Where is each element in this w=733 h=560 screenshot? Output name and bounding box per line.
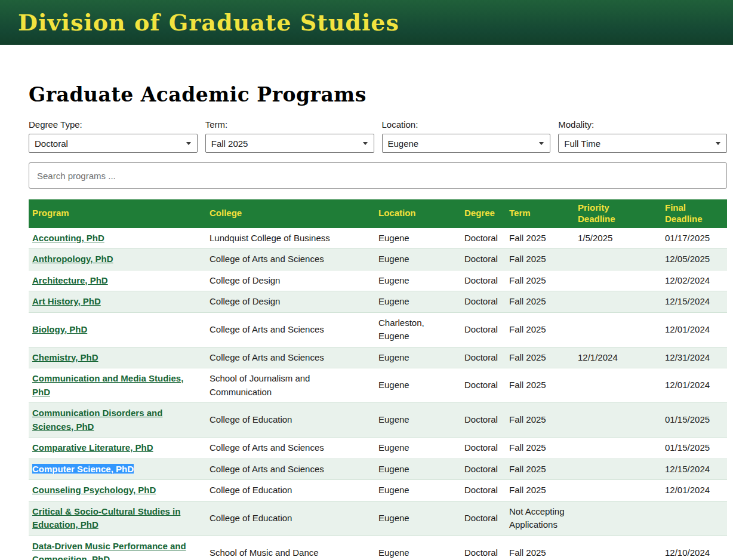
priority-deadline-cell bbox=[573, 291, 660, 313]
term-value: Fall 2025 bbox=[211, 139, 248, 149]
priority-deadline-cell: 1/5/2025 bbox=[573, 228, 660, 249]
degree-cell: Doctoral bbox=[460, 438, 504, 459]
program-link[interactable]: Anthropology, PhD bbox=[32, 254, 113, 264]
filter-term: Term: Fall 2025 bbox=[205, 119, 374, 153]
college-cell: College of Arts and Sciences bbox=[205, 249, 374, 270]
degree-cell: Doctoral bbox=[460, 270, 504, 291]
table-row: Counseling Psychology, PhD College of Ed… bbox=[29, 480, 727, 501]
college-cell: College of Arts and Sciences bbox=[205, 459, 374, 480]
degree-cell: Doctoral bbox=[460, 459, 504, 480]
degree-type-value: Doctoral bbox=[35, 139, 68, 149]
location-value: Eugene bbox=[388, 139, 419, 149]
degree-type-label: Degree Type: bbox=[29, 119, 198, 130]
final-deadline-cell: 12/15/2024 bbox=[660, 291, 727, 313]
program-link[interactable]: Art History, PhD bbox=[32, 296, 101, 306]
location-cell: Eugene bbox=[374, 459, 460, 480]
priority-deadline-cell bbox=[573, 438, 660, 459]
final-deadline-cell: 01/15/2025 bbox=[660, 403, 727, 438]
priority-deadline-cell bbox=[573, 480, 660, 501]
page-title: Graduate Academic Programs bbox=[29, 83, 727, 106]
table-row: Accounting, PhD Lundquist College of Bus… bbox=[29, 228, 727, 249]
filter-location: Location: Eugene bbox=[382, 119, 551, 153]
term-cell: Fall 2025 bbox=[504, 438, 573, 459]
program-link[interactable]: Data-Driven Music Performance and Compos… bbox=[32, 541, 186, 560]
table-row: Computer Science, PhD College of Arts an… bbox=[29, 459, 727, 480]
college-cell: School of Journalism and Communication bbox=[205, 368, 374, 403]
college-cell: College of Arts and Sciences bbox=[205, 438, 374, 459]
term-cell: Fall 2025 bbox=[504, 228, 573, 249]
priority-deadline-cell bbox=[573, 459, 660, 480]
table-row: Chemistry, PhD College of Arts and Scien… bbox=[29, 347, 727, 368]
table-row: Data-Driven Music Performance and Compos… bbox=[29, 536, 727, 560]
college-cell: College of Education bbox=[205, 501, 374, 536]
college-cell: School of Music and Dance bbox=[205, 536, 374, 560]
college-cell: College of Arts and Sciences bbox=[205, 347, 374, 368]
location-select[interactable]: Eugene bbox=[382, 134, 551, 153]
location-cell: Eugene bbox=[374, 347, 460, 368]
term-select[interactable]: Fall 2025 bbox=[205, 134, 374, 153]
header-priority-deadline: Priority Deadline bbox=[573, 199, 660, 228]
table-row: Architecture, PhD College of Design Euge… bbox=[29, 270, 727, 291]
degree-cell: Doctoral bbox=[460, 291, 504, 313]
chevron-down-icon bbox=[186, 142, 191, 145]
table-row: Communication and Media Studies, PhD Sch… bbox=[29, 368, 727, 403]
location-cell: Eugene bbox=[374, 249, 460, 270]
final-deadline-cell bbox=[660, 501, 727, 536]
term-cell: Fall 2025 bbox=[504, 403, 573, 438]
table-row: Anthropology, PhD College of Arts and Sc… bbox=[29, 249, 727, 270]
final-deadline-cell: 01/17/2025 bbox=[660, 228, 727, 249]
term-cell: Fall 2025 bbox=[504, 480, 573, 501]
program-link[interactable]: Communication and Media Studies, PhD bbox=[32, 373, 183, 397]
degree-type-select[interactable]: Doctoral bbox=[29, 134, 198, 153]
college-cell: College of Arts and Sciences bbox=[205, 312, 374, 347]
term-cell: Fall 2025 bbox=[504, 368, 573, 403]
modality-select[interactable]: Full Time bbox=[558, 134, 727, 153]
term-cell: Fall 2025 bbox=[504, 249, 573, 270]
location-cell: Eugene bbox=[374, 501, 460, 536]
program-link[interactable]: Architecture, PhD bbox=[32, 275, 108, 285]
program-link[interactable]: Communication Disorders and Sciences, Ph… bbox=[32, 408, 162, 432]
table-header: Program College Location Degree Term Pri… bbox=[29, 199, 727, 228]
degree-cell: Doctoral bbox=[460, 480, 504, 501]
location-cell: Eugene bbox=[374, 291, 460, 313]
program-link-selected[interactable]: Computer Science, PhD bbox=[32, 464, 134, 474]
site-banner: Division of Graduate Studies bbox=[0, 0, 733, 45]
search-input[interactable] bbox=[29, 162, 727, 189]
table-row: Communication Disorders and Sciences, Ph… bbox=[29, 403, 727, 438]
final-deadline-cell: 12/05/2025 bbox=[660, 249, 727, 270]
priority-deadline-cell bbox=[573, 312, 660, 347]
program-link[interactable]: Counseling Psychology, PhD bbox=[32, 485, 156, 495]
chevron-down-icon bbox=[716, 142, 720, 145]
program-link[interactable]: Accounting, PhD bbox=[32, 233, 104, 243]
program-link[interactable]: Chemistry, PhD bbox=[32, 352, 98, 362]
term-cell: Fall 2025 bbox=[504, 270, 573, 291]
term-cell: Fall 2025 bbox=[504, 536, 573, 560]
location-cell: Eugene bbox=[374, 438, 460, 459]
filter-bar: Degree Type: Doctoral Term: Fall 2025 Lo… bbox=[29, 119, 727, 153]
header-final-deadline: Final Deadline bbox=[660, 199, 727, 228]
location-cell: Eugene bbox=[374, 480, 460, 501]
final-deadline-cell: 12/15/2024 bbox=[660, 459, 727, 480]
priority-deadline-cell bbox=[573, 536, 660, 560]
main-content: Graduate Academic Programs Degree Type: … bbox=[0, 83, 733, 560]
term-cell: Fall 2025 bbox=[504, 291, 573, 313]
chevron-down-icon bbox=[363, 142, 368, 145]
header-term: Term bbox=[504, 199, 573, 228]
degree-cell: Doctoral bbox=[460, 249, 504, 270]
program-link[interactable]: Comparative Literature, PhD bbox=[32, 442, 153, 453]
modality-label: Modality: bbox=[558, 119, 727, 130]
final-deadline-cell: 12/31/2024 bbox=[660, 347, 727, 368]
program-link[interactable]: Biology, PhD bbox=[32, 324, 87, 334]
priority-deadline-cell bbox=[573, 501, 660, 536]
program-link[interactable]: Critical & Socio-Cultural Studies in Edu… bbox=[32, 506, 180, 530]
term-label: Term: bbox=[205, 119, 374, 130]
location-cell: Eugene bbox=[374, 368, 460, 403]
table-row: Critical & Socio-Cultural Studies in Edu… bbox=[29, 501, 727, 536]
college-cell: College of Education bbox=[205, 403, 374, 438]
college-cell: College of Education bbox=[205, 480, 374, 501]
degree-cell: Doctoral bbox=[460, 368, 504, 403]
header-program: Program bbox=[29, 199, 205, 228]
location-cell: Eugene bbox=[374, 270, 460, 291]
final-deadline-cell: 12/01/2024 bbox=[660, 480, 727, 501]
final-deadline-cell: 12/01/2024 bbox=[660, 368, 727, 403]
